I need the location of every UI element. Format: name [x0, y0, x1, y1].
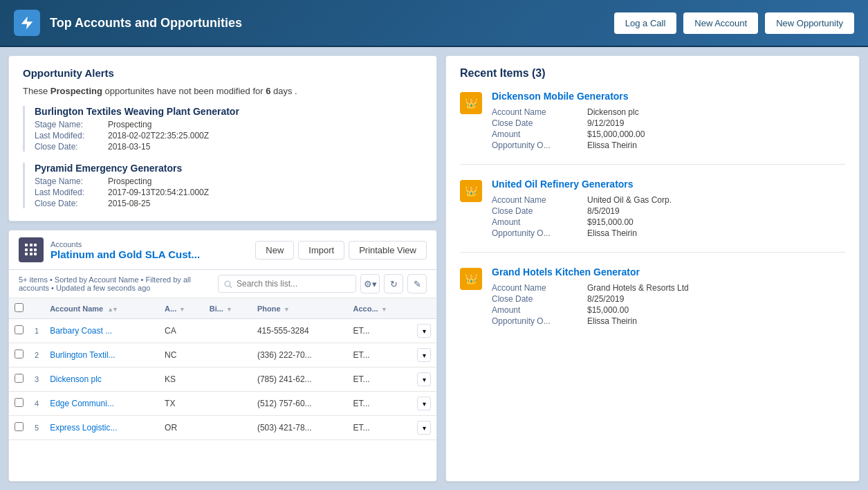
recent-item: 👑 United Oil Refinery Generators Account… — [460, 179, 845, 253]
recent-field-label: Opportunity O... — [492, 316, 582, 326]
col-state[interactable]: A... ▾ — [159, 298, 204, 319]
recent-item-fields: Account Name United Oil & Gas Corp. Clos… — [492, 195, 845, 238]
recent-item-content: Dickenson Mobile Generators Account Name… — [492, 91, 845, 150]
recent-item-name[interactable]: Grand Hotels Kitchen Generator — [492, 266, 845, 278]
alert-field-label: Last Modifed: — [35, 188, 104, 197]
row-acco: ET... — [348, 416, 412, 440]
recent-field-label: Amount — [492, 129, 582, 139]
accounts-table: Account Name ▲▾ A... ▾ Bi... ▾ Phone ▾ A… — [9, 298, 436, 481]
row-phone: (785) 241-62... — [252, 368, 348, 392]
opportunity-alerts-card: Opportunity Alerts These Prospecting opp… — [8, 55, 437, 221]
accounts-list-title[interactable]: Platinum and Gold SLA Cust... — [50, 248, 248, 260]
left-panel: Opportunity Alerts These Prospecting opp… — [8, 55, 437, 482]
search-input-wrap — [218, 275, 356, 293]
col-phone[interactable]: Phone ▾ — [252, 298, 348, 319]
row-checkbox[interactable] — [15, 325, 24, 334]
row-dropdown-button[interactable]: ▾ — [417, 421, 431, 435]
row-state: TX — [159, 392, 204, 416]
search-bar: ⚙▾ ↻ ✎ — [218, 274, 427, 293]
accounts-subtitle: Accounts — [50, 240, 248, 248]
row-acco: ET... — [348, 319, 412, 343]
recent-item-name[interactable]: United Oil Refinery Generators — [492, 179, 845, 190]
app-header: Top Accounts and Opportunities Log a Cal… — [0, 0, 868, 47]
row-account-name[interactable]: Express Logistic... — [44, 416, 159, 440]
settings-button[interactable]: ⚙▾ — [360, 274, 380, 293]
col-billing[interactable]: Bi... ▾ — [204, 298, 252, 319]
row-dropdown-button[interactable]: ▾ — [417, 324, 431, 338]
recent-field-label: Account Name — [492, 283, 582, 293]
recent-field-label: Amount — [492, 305, 582, 315]
accounts-actions: New Import Printable View — [255, 241, 427, 260]
refresh-button[interactable]: ↻ — [384, 274, 403, 293]
alert-name: Burlington Textiles Weaving Plant Genera… — [35, 106, 423, 117]
alert-field-label: Close Date: — [35, 142, 104, 152]
select-all-checkbox[interactable] — [15, 303, 24, 312]
recent-item: 👑 Dickenson Mobile Generators Account Na… — [460, 91, 845, 165]
alert-field-value: Prospecting — [108, 120, 151, 129]
alert-field-label: Last Modifed: — [35, 131, 104, 140]
new-button[interactable]: New — [255, 241, 294, 260]
row-acco: ET... — [348, 343, 412, 368]
search-icon — [223, 280, 232, 289]
col-account-name[interactable]: Account Name ▲▾ — [44, 298, 159, 319]
row-billing — [204, 416, 252, 440]
new-opportunity-button[interactable]: New Opportunity — [765, 12, 854, 34]
new-account-button[interactable]: New Account — [683, 12, 758, 34]
recent-item-name[interactable]: Dickenson Mobile Generators — [492, 91, 845, 102]
recent-item-content: Grand Hotels Kitchen Generator Account N… — [492, 266, 845, 326]
row-account-name[interactable]: Burlington Textil... — [44, 343, 159, 368]
alert-field: Stage Name: Prospecting — [35, 176, 423, 186]
row-checkbox[interactable] — [15, 398, 24, 407]
recent-field-value: United Oil & Gas Corp. — [587, 195, 845, 205]
row-phone: 415-555-3284 — [252, 319, 348, 343]
recent-field-value: $15,000.00 — [587, 305, 845, 315]
accounts-header: Accounts Platinum and Gold SLA Cust... N… — [9, 230, 436, 270]
alert-field-value: 2017-09-13T20:54:21.000Z — [108, 188, 209, 197]
recent-field-value: Elissa Theirin — [587, 140, 845, 150]
row-checkbox[interactable] — [15, 422, 24, 431]
alert-field-label: Stage Name: — [35, 176, 104, 186]
row-billing — [204, 368, 252, 392]
accounts-meta: 5+ items • Sorted by Account Name • Filt… — [9, 270, 436, 298]
gear-icon: ⚙ — [364, 279, 372, 289]
main-layout: Opportunity Alerts These Prospecting opp… — [0, 47, 868, 490]
recent-item-fields: Account Name Grand Hotels & Resorts Ltd … — [492, 283, 845, 326]
page-title: Top Accounts and Opportunities — [50, 16, 614, 30]
table-row: 4 Edge Communi... TX (512) 757-60... ET.… — [9, 392, 436, 416]
row-account-name[interactable]: Edge Communi... — [44, 392, 159, 416]
table-row: 5 Express Logistic... OR (503) 421-78...… — [9, 416, 436, 440]
log-call-button[interactable]: Log a Call — [614, 12, 677, 34]
edit-columns-button[interactable]: ✎ — [407, 274, 427, 293]
recent-field-value: $915,000.00 — [587, 217, 845, 227]
recent-item-icon: 👑 — [460, 268, 482, 290]
search-input[interactable] — [218, 275, 356, 293]
row-dropdown-button[interactable]: ▾ — [417, 397, 431, 410]
alert-name: Pyramid Emergency Generators — [35, 163, 423, 174]
col-acco[interactable]: Acco... ▾ — [348, 298, 412, 319]
svg-point-1 — [225, 281, 230, 287]
row-account-name[interactable]: Barbary Coast ... — [44, 319, 159, 343]
row-dropdown-button[interactable]: ▾ — [417, 372, 431, 386]
row-checkbox[interactable] — [15, 350, 24, 359]
alert-field-value: 2015-08-25 — [108, 199, 150, 208]
recent-field-value: 8/25/2019 — [587, 294, 845, 304]
recent-field-label: Opportunity O... — [492, 140, 582, 150]
recent-field-label: Close Date — [492, 294, 582, 304]
alerts-desc-prefix: These — [23, 86, 50, 96]
row-number: 5 — [29, 416, 44, 440]
alert-field-value: 2018-03-15 — [108, 142, 150, 152]
row-checkbox[interactable] — [15, 374, 24, 383]
import-button[interactable]: Import — [298, 241, 344, 260]
row-billing — [204, 343, 252, 368]
row-account-name[interactable]: Dickenson plc — [44, 368, 159, 392]
row-dropdown-button[interactable]: ▾ — [417, 348, 431, 362]
recent-field-label: Close Date — [492, 206, 582, 216]
printable-view-button[interactable]: Printable View — [349, 241, 427, 260]
alert-item: Pyramid Emergency Generators Stage Name:… — [23, 163, 423, 208]
svg-marker-0 — [21, 17, 33, 29]
row-state: KS — [159, 368, 204, 392]
recent-field-label: Amount — [492, 217, 582, 227]
row-phone: (512) 757-60... — [252, 392, 348, 416]
row-number: 1 — [29, 319, 44, 343]
accounts-title-group: Accounts Platinum and Gold SLA Cust... — [50, 240, 248, 260]
